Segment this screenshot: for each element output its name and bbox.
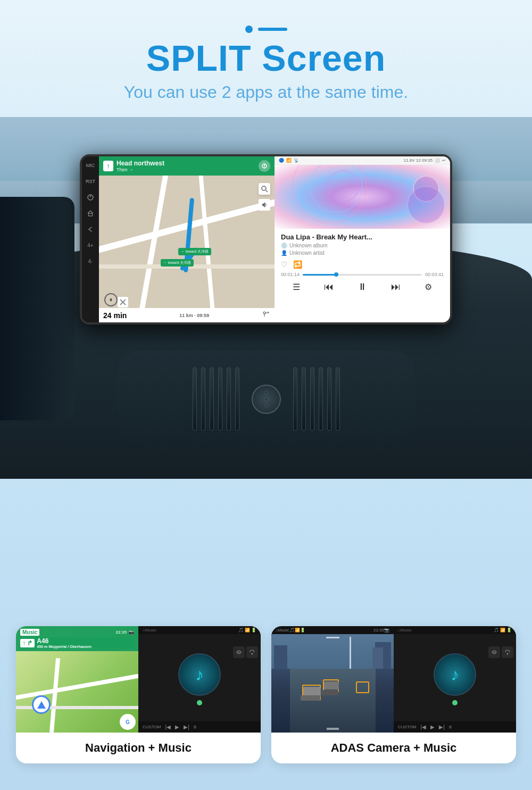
artist-name: Unknown artist	[289, 250, 325, 256]
home-icon[interactable]	[86, 209, 95, 218]
card2-progress-dot	[452, 700, 458, 705]
card1-road-sub: 450 m Wuppertal / Oberhausen	[37, 645, 92, 648]
playlist-icon[interactable]: ☰	[293, 282, 300, 292]
svg-point-12	[238, 652, 239, 653]
card1-music-panel: ⌂ Music 🎵 📶 🔋 ♪ CUSTOM |◀ ▶ ▶| ≡	[138, 626, 261, 733]
card2-music-top: ⌂ Music 🎵 📶 🔋	[394, 626, 516, 634]
card1-road: A46	[37, 637, 92, 645]
song-info: Dua Lipa - Break My Heart... 💿 Unknown a…	[275, 229, 450, 258]
svg-point-17	[494, 652, 495, 653]
music-progress: 00:01:14 00:03:41	[275, 271, 450, 278]
nav-music-card: Music 22:35 📷 ↑ ↱ A46 450 m Wuppertal / …	[16, 626, 261, 763]
music-panel: 🔵📶📡 11.8V 12 09:35 ⬜↩ Dua Lipa - Break M…	[275, 156, 450, 322]
header: SPLIT Screen You can use 2 apps at the s…	[0, 0, 532, 102]
nav-direction: Head northwest	[117, 160, 164, 167]
back-icon[interactable]	[86, 224, 95, 234]
nav-direction-bar: ↑ Head northwest Then →	[99, 156, 275, 176]
next-icon[interactable]: ⏭	[391, 281, 401, 293]
time-total: 00:03:41	[425, 272, 444, 277]
album-name: Unknown album	[289, 243, 328, 248]
svg-point-15	[252, 653, 253, 655]
pause-icon[interactable]: ⏸	[358, 281, 367, 293]
card1-nav-top: Music 22:35 📷 ↑ ↱ A46 450 m Wuppertal / …	[16, 626, 138, 651]
artist-meta: 👤 Unknown artist	[281, 250, 444, 256]
card1-music-top: ⌂ Music 🎵 📶 🔋	[138, 626, 261, 634]
card1-nav-panel: Music 22:35 📷 ↑ ↱ A46 450 m Wuppertal / …	[16, 626, 138, 733]
card2-adas-panel: ⌂ Music 🎵📶🔋 22:35 📷	[271, 626, 394, 733]
card2-music-controls: CUSTOM |◀ ▶ ▶| ≡	[394, 721, 516, 733]
svg-rect-2	[89, 213, 93, 216]
vol-up-icon[interactable]: 4+	[86, 240, 95, 250]
vent-center-button[interactable]	[252, 385, 281, 414]
adas-music-card: ⌂ Music 🎵📶🔋 22:35 📷	[271, 626, 516, 763]
google-maps-logo: G	[120, 714, 136, 730]
album-art	[275, 165, 450, 229]
vol-down-icon[interactable]: 4-	[86, 256, 95, 266]
badge-dot-icon	[245, 26, 253, 33]
card2-music-disc: ♪	[434, 653, 476, 696]
card2-screen: ⌂ Music 🎵📶🔋 22:35 📷	[271, 626, 516, 733]
card1-music-disc: ♪	[178, 653, 221, 696]
nav-bottom-bar: 24 min 11 km · 09:59	[99, 308, 275, 322]
card2-music-panel: ⌂ Music 🎵 📶 🔋 ♪ CUSTOM |◀ ▶ ▶| ≡	[394, 626, 516, 733]
music-controls: ☰ ⏮ ⏸ ⏭ ⚙	[275, 278, 450, 296]
nav-distance: 11 km · 09:59	[179, 313, 209, 318]
card1-custom-label: CUSTOM	[143, 725, 161, 729]
card1-progress-dot	[197, 700, 202, 705]
nav-sub-direction: Then →	[117, 167, 164, 172]
rst-icon: RST	[86, 177, 95, 186]
feature-cards-container: Music 22:35 📷 ↑ ↱ A46 450 m Wuppertal / …	[16, 626, 516, 763]
card1-music-controls: CUSTOM |◀ ▶ ▶| ≡	[138, 721, 261, 733]
page-subtitle: You can use 2 apps at the same time.	[0, 82, 532, 102]
card2-custom-label: CUSTOM	[398, 725, 417, 729]
power-icon[interactable]	[86, 193, 95, 202]
equalizer-icon[interactable]: ⚙	[425, 282, 432, 292]
adas-car-detection-3	[356, 681, 369, 693]
card1-screen: Music 22:35 📷 ↑ ↱ A46 450 m Wuppertal / …	[16, 626, 261, 733]
side-icon-strip: MIC RST 4+ 4-	[82, 156, 99, 322]
song-title: Dua Lipa - Break My Heart...	[281, 233, 444, 241]
badge-line-icon	[258, 28, 287, 31]
battery-status: 11.8V 12 09:35	[301, 158, 433, 163]
album-meta: 💿 Unknown album	[281, 243, 444, 248]
nav-eta: 24 min	[103, 311, 127, 320]
svg-point-20	[507, 653, 509, 655]
time-current: 00:01:14	[281, 272, 300, 277]
svg-point-3	[262, 186, 266, 190]
card1-label: Navigation + Music	[16, 733, 261, 763]
car-dashboard-section: MIC RST 4+ 4-	[0, 117, 532, 479]
main-device-screen: MIC RST 4+ 4-	[80, 154, 452, 325]
music-action-icons: ♡ 🔁	[275, 258, 450, 271]
prev-icon[interactable]: ⏮	[324, 281, 334, 293]
car-left-pillar	[0, 197, 74, 420]
card2-label: ADAS Camera + Music	[271, 733, 516, 763]
music-status-bar: 🔵📶📡 11.8V 12 09:35 ⬜↩	[275, 156, 450, 165]
page-title: SPLIT Screen	[0, 38, 532, 78]
header-badge	[0, 26, 532, 33]
car-vent-area	[117, 351, 415, 447]
svg-point-9	[264, 167, 265, 168]
svg-line-4	[266, 190, 268, 193]
mic-icon: MIC	[86, 161, 95, 170]
